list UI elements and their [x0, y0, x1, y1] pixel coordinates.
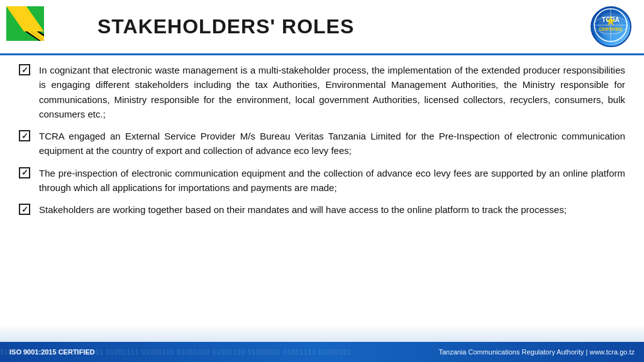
checkbox-3	[19, 167, 30, 178]
bullet-item-2: TCRA engaged an External Service Provide…	[19, 129, 625, 158]
checkbox-1	[19, 64, 30, 75]
wave-decoration	[0, 324, 644, 342]
bullet-item-4: Stakeholders are working together based …	[19, 202, 625, 217]
checkbox-4	[19, 204, 30, 215]
bullet-text-3: The pre-inspection of electronic communi…	[39, 166, 625, 195]
svg-text:CERTIFIED: CERTIFIED	[599, 27, 623, 31]
footer-certification: ISO 9001:2015 CERTIFIED	[9, 348, 95, 356]
bullet-text-4: Stakeholders are working together based …	[39, 202, 567, 217]
bullet-text-1: In cognizant that electronic waste manag…	[39, 63, 625, 121]
bullet-text-2: TCRA engaged an External Service Provide…	[39, 129, 625, 158]
flag-icon-tz	[6, 6, 44, 31]
logo-text: TCRA CERTIFIED	[594, 8, 628, 45]
footer-org-info: Tanzania Communications Regulatory Autho…	[438, 348, 635, 356]
main-content: In cognizant that electronic waste manag…	[0, 55, 644, 229]
bullet-item-1: In cognizant that electronic waste manag…	[19, 63, 625, 121]
header: STAKEHOLDERS' ROLES TCRA CERTIFIED	[0, 0, 644, 55]
footer: 01001010 01001100 01000001 01001111 0100…	[0, 342, 644, 362]
bullet-item-3: The pre-inspection of electronic communi…	[19, 166, 625, 195]
page-title: STAKEHOLDERS' ROLES	[97, 15, 591, 38]
checkbox-2	[19, 130, 30, 141]
org-logo: TCRA CERTIFIED	[591, 6, 631, 47]
